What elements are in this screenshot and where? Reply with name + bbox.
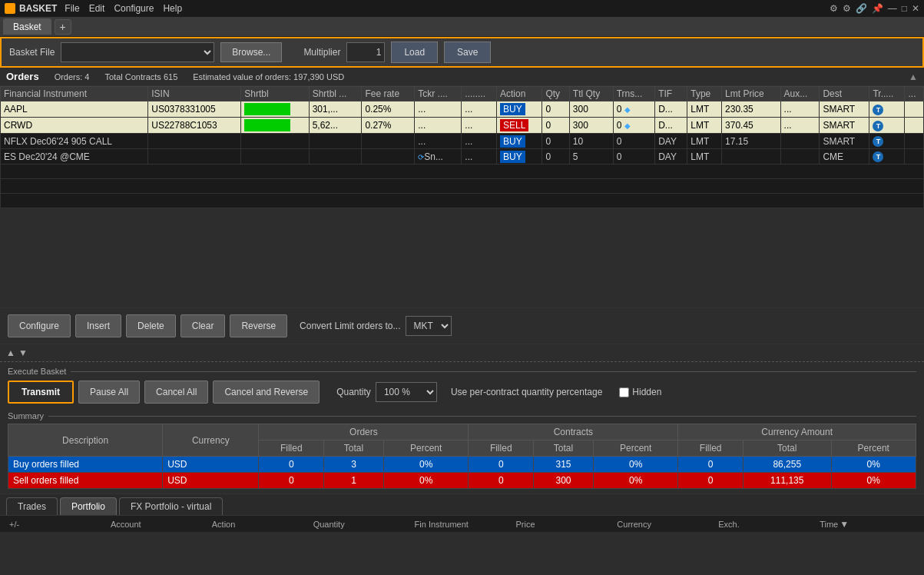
- title-bar: BASKET File Edit Configure Help ⚙ ⚙ 🔗 📌 …: [0, 0, 924, 17]
- diamond-icon: ◆: [624, 121, 631, 130]
- convert-select[interactable]: MKT: [406, 316, 452, 336]
- tab-trades[interactable]: Trades: [6, 497, 58, 515]
- cancel-all-button[interactable]: Cancel All: [144, 381, 208, 404]
- execute-buttons-bar: Transmit Pause All Cancel All Cancel and…: [8, 381, 916, 404]
- orders-count: Orders: 4: [55, 72, 90, 81]
- cell-qty: 0: [542, 149, 569, 165]
- cell-type: LMT: [687, 101, 722, 118]
- cell-action: BUY: [497, 134, 542, 149]
- collapse-arrows[interactable]: ▲ ▼: [0, 344, 924, 361]
- cell-orders-total: 3: [324, 457, 384, 473]
- menu-help[interactable]: Help: [163, 3, 182, 14]
- cell-dest: SMART: [820, 118, 869, 134]
- orders-estimated-value: Estimated value of orders: 197,390 USD: [193, 72, 344, 81]
- bottom-col-account: Account: [108, 520, 209, 529]
- table-row[interactable]: ES Dec20'24 @CME ⟳Sn... ... BUY 0 5 0 DA…: [1, 149, 924, 165]
- col-more: ...: [905, 87, 924, 101]
- cell-dots: ...: [462, 149, 497, 165]
- link-icon[interactable]: 🔗: [856, 3, 867, 14]
- delete-button[interactable]: Delete: [126, 314, 176, 337]
- orders-title: Orders: [6, 71, 39, 82]
- table-row[interactable]: AAPL US0378331005 301,... 0.25% ... ... …: [1, 101, 924, 118]
- cell-currency-percent: 0%: [831, 457, 916, 473]
- tab-fx-portfolio[interactable]: FX Portfolio - virtual: [119, 497, 223, 515]
- load-button[interactable]: Load: [391, 42, 438, 63]
- orders-collapse-icon[interactable]: ▲: [909, 71, 918, 82]
- app-title: BASKET: [19, 3, 57, 14]
- col-qty: Qty: [542, 87, 569, 101]
- cell-contracts-percent: 0%: [593, 457, 677, 473]
- cell-isin: [148, 134, 241, 149]
- col-tckr: Tckr ....: [415, 87, 462, 101]
- menu-edit[interactable]: Edit: [89, 3, 105, 14]
- down-arrow-icon[interactable]: ▼: [18, 347, 28, 358]
- cell-dest: CME: [820, 149, 869, 165]
- cell-tif: D...: [655, 118, 687, 134]
- cell-isin: US22788C1053: [148, 118, 241, 134]
- basket-file-label: Basket File: [9, 47, 55, 58]
- cell-lmt-price: 230.35: [722, 101, 780, 118]
- tab-portfolio[interactable]: Portfolio: [60, 497, 117, 515]
- summary-sub-orders-percent: Percent: [384, 440, 469, 457]
- cell-fee-rate: [362, 134, 415, 149]
- summary-sub-orders-total: Total: [324, 440, 384, 457]
- maximize-button[interactable]: □: [902, 3, 907, 14]
- tab-trades-label: Trades: [18, 501, 46, 512]
- cell-tr: T: [869, 118, 905, 134]
- up-arrow-icon[interactable]: ▲: [6, 347, 15, 358]
- col-dest: Dest: [820, 87, 869, 101]
- menu-file[interactable]: File: [65, 3, 79, 14]
- configure-button[interactable]: Configure: [8, 314, 71, 337]
- browse-button[interactable]: Browse...: [220, 42, 282, 62]
- hidden-checkbox[interactable]: [619, 387, 629, 397]
- basket-file-select[interactable]: [61, 42, 214, 62]
- cell-more: [905, 149, 924, 165]
- quantity-select[interactable]: 100 %: [376, 382, 437, 402]
- cell-type: LMT: [687, 118, 722, 134]
- t-badge: T: [873, 136, 883, 147]
- cell-dots: ...: [462, 118, 497, 134]
- summary-row-buy: Buy orders filled USD 0 3 0% 0 315 0% 0 …: [8, 457, 916, 473]
- cell-tckr: ⟳Sn...: [415, 149, 462, 165]
- cell-action: SELL: [497, 118, 542, 134]
- summary-sub-currency-filled: Filled: [678, 440, 744, 457]
- settings-icon[interactable]: ⚙: [830, 3, 838, 14]
- menu-configure[interactable]: Configure: [114, 3, 154, 14]
- close-button[interactable]: ✕: [912, 3, 919, 14]
- minimize-button[interactable]: —: [888, 3, 897, 14]
- t-badge: T: [873, 105, 883, 115]
- cell-contracts-total: 315: [534, 457, 594, 473]
- table-row[interactable]: CRWD US22788C1053 5,62... 0.27% ... ... …: [1, 118, 924, 134]
- pause-all-button[interactable]: Pause All: [78, 381, 140, 404]
- save-button[interactable]: Save: [444, 42, 491, 63]
- col-instrument: Financial Instrument: [1, 87, 148, 101]
- multiplier-input[interactable]: [346, 42, 385, 62]
- table-row[interactable]: NFLX Dec06'24 905 CALL ... ... BUY 0 10 …: [1, 134, 924, 149]
- multiplier-label: Multiplier: [303, 47, 340, 58]
- tab-add[interactable]: +: [55, 19, 71, 35]
- cell-trns: 0 ◆: [613, 118, 655, 134]
- tab-basket[interactable]: Basket: [3, 18, 51, 35]
- bottom-col-quantity: Quantity: [310, 520, 412, 529]
- col-tif: TIF: [655, 87, 687, 101]
- summary-table: Description Currency Orders Contracts Cu…: [8, 424, 916, 489]
- insert-button[interactable]: Insert: [75, 314, 121, 337]
- time-sort-icon: ▼: [840, 519, 849, 530]
- t-badge: T: [873, 121, 883, 131]
- table-row-empty: [1, 179, 924, 194]
- bottom-col-fin-instrument: Fin Instrument: [412, 520, 513, 529]
- cell-dots: ...: [462, 101, 497, 118]
- cell-shrtbl: [241, 149, 309, 165]
- transmit-button[interactable]: Transmit: [8, 381, 74, 404]
- col-dots: ........: [462, 87, 497, 101]
- pin-icon[interactable]: 📌: [872, 3, 883, 14]
- cancel-and-reverse-button[interactable]: Cancel and Reverse: [213, 381, 320, 404]
- clear-button[interactable]: Clear: [180, 314, 226, 337]
- spinner-icon: ⟳: [418, 153, 424, 161]
- reverse-button[interactable]: Reverse: [230, 314, 287, 337]
- cell-type: LMT: [687, 149, 722, 165]
- cell-currency-total: 86,255: [744, 457, 832, 473]
- summary-col-contracts: Contracts: [469, 424, 678, 440]
- tools-icon[interactable]: ⚙: [843, 3, 851, 14]
- cell-trns: 0: [613, 134, 655, 149]
